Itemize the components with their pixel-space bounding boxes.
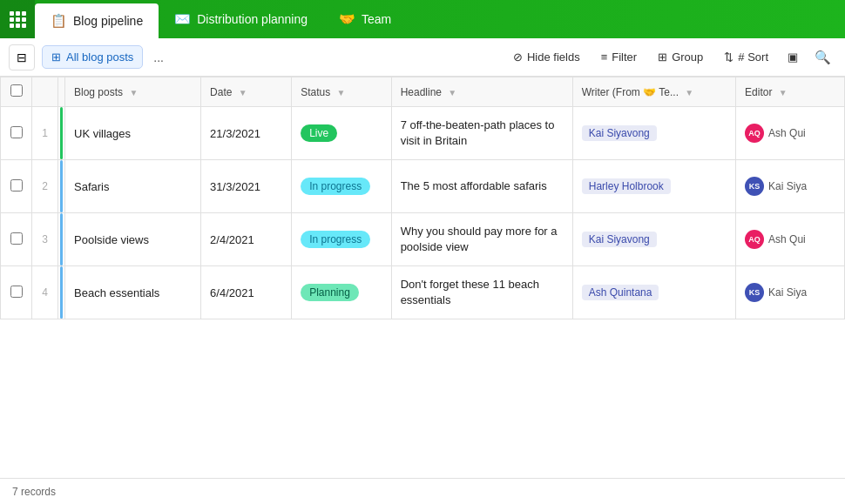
headline-cell[interactable]: 7 off-the-beaten-path places to visit in… [391, 107, 572, 160]
status-badge: Planning [301, 284, 359, 301]
table-row: 3 Poolside views 2/4/2021 In progress Wh… [1, 213, 845, 266]
col-header-indicator [58, 77, 65, 107]
row-indicator-cell [58, 107, 65, 160]
editor-cell[interactable]: AQ Ash Qui [736, 213, 845, 266]
status-cell[interactable]: In progress [292, 213, 391, 266]
editor-cell[interactable]: KS Kai Siya [736, 266, 845, 319]
writer-cell[interactable]: Ash Quintana [572, 266, 735, 319]
tab-team[interactable]: 🤝 Team [323, 0, 407, 38]
status-bar: 7 records [0, 478, 845, 504]
col-sort-arrow: ▼ [129, 88, 138, 97]
date-cell: 6/4/2021 [201, 266, 292, 319]
blog-post-cell[interactable]: UK villages [65, 107, 201, 160]
status-badge: Live [301, 124, 337, 142]
headline-cell[interactable]: Don't forget these 11 beach essentials [391, 266, 572, 319]
indicator-bar [60, 213, 63, 265]
col-editor-arrow: ▼ [779, 88, 788, 97]
blog-post-cell[interactable]: Poolside views [65, 213, 201, 266]
editor-avatar: AQ [745, 230, 764, 249]
record-count: 7 records [12, 486, 56, 498]
table-row: 2 Safaris 31/3/2021 In progress The 5 mo… [1, 160, 845, 213]
editor-avatar: AQ [745, 124, 764, 143]
more-icon: ... [153, 50, 164, 64]
all-blog-posts-view-button[interactable]: ⊞ All blog posts [42, 45, 143, 69]
more-options-button[interactable]: ... [146, 46, 171, 69]
row-checkbox-cell[interactable] [1, 160, 32, 213]
indicator-bar [60, 266, 63, 319]
blog-post-cell[interactable]: Safaris [65, 160, 201, 213]
sort-label: # Sort [738, 50, 768, 64]
writer-tag: Kai Siyavong [582, 125, 657, 141]
col-header-headline[interactable]: Headline ▼ [391, 77, 572, 107]
col-date-label: Date [210, 86, 232, 98]
headline-cell[interactable]: The 5 most affordable safaris [391, 160, 572, 213]
col-header-writer[interactable]: Writer (From 🤝 Te... ▼ [572, 77, 735, 107]
col-header-row-num [32, 77, 58, 107]
filter-button[interactable]: ≡ Filter [592, 46, 646, 68]
sidebar-toggle-icon: ⊟ [17, 50, 27, 64]
sort-icon: ⇅ [724, 50, 733, 64]
hide-fields-label: Hide fields [527, 50, 580, 64]
row-checkbox[interactable] [10, 179, 23, 192]
grid-icon [10, 11, 26, 28]
row-checkbox[interactable] [10, 126, 23, 138]
col-blog-posts-label: Blog posts [74, 86, 123, 98]
group-button[interactable]: ⊞ Group [649, 46, 712, 68]
checkbox-column-header[interactable] [1, 77, 32, 107]
row-checkbox-cell[interactable] [1, 213, 32, 266]
tab-distribution-planning[interactable]: ✉️ Distribution planning [159, 0, 323, 38]
all-blog-posts-label: All blog posts [66, 50, 133, 64]
col-writer-label: Writer (From 🤝 Te... [582, 86, 679, 98]
row-checkbox[interactable] [10, 286, 23, 298]
date-cell: 31/3/2021 [201, 160, 292, 213]
filter-icon: ≡ [601, 50, 608, 64]
status-cell[interactable]: In progress [292, 160, 391, 213]
view-options-button[interactable]: ▣ [781, 46, 805, 68]
writer-cell[interactable]: Kai Siyavong [572, 107, 735, 160]
view-options-icon: ▣ [788, 50, 798, 64]
blog-post-cell[interactable]: Beach essentials [65, 266, 201, 319]
table-wrapper: Blog posts ▼ Date ▼ Status ▼ Headline ▼ … [0, 77, 845, 478]
row-number-cell: 4 [32, 266, 58, 319]
filter-label: Filter [612, 50, 637, 64]
team-icon: 🤝 [339, 11, 355, 27]
editor-name: Kai Siya [768, 180, 807, 192]
tab-blog-pipeline[interactable]: 📋 Blog pipeline [35, 3, 159, 38]
sort-button[interactable]: ⇅ # Sort [715, 46, 777, 68]
editor-avatar: KS [745, 177, 764, 196]
row-checkbox[interactable] [10, 232, 23, 245]
row-indicator-cell [58, 213, 65, 266]
sidebar-toggle-button[interactable]: ⊟ [9, 44, 35, 71]
status-cell[interactable]: Live [292, 107, 391, 160]
writer-cell[interactable]: Kai Siyavong [572, 213, 735, 266]
hide-fields-button[interactable]: ⊘ Hide fields [504, 46, 589, 68]
editor-name: Ash Qui [768, 233, 806, 245]
editor-cell[interactable]: KS Kai Siya [736, 160, 845, 213]
status-badge: In progress [301, 178, 370, 195]
col-header-blog-posts[interactable]: Blog posts ▼ [65, 77, 201, 107]
select-all-checkbox[interactable] [10, 84, 23, 97]
search-button[interactable]: 🔍 [808, 44, 836, 71]
col-header-status[interactable]: Status ▼ [292, 77, 391, 107]
status-cell[interactable]: Planning [292, 266, 391, 319]
row-number-cell: 2 [32, 160, 58, 213]
row-checkbox-cell[interactable] [1, 266, 32, 319]
table-row: 4 Beach essentials 6/4/2021 Planning Don… [1, 266, 845, 319]
row-indicator-cell [58, 266, 65, 319]
col-header-editor[interactable]: Editor ▼ [736, 77, 845, 107]
group-label: Group [672, 50, 703, 64]
distribution-icon: ✉️ [174, 11, 191, 27]
date-cell: 21/3/2021 [201, 107, 292, 160]
indicator-bar [60, 107, 63, 159]
apps-menu-button[interactable] [0, 0, 35, 38]
row-checkbox-cell[interactable] [1, 107, 32, 160]
col-status-label: Status [301, 86, 330, 98]
col-headline-label: Headline [401, 86, 442, 98]
headline-cell[interactable]: Why you should pay more for a poolside v… [391, 213, 572, 266]
tab-distribution-label: Distribution planning [197, 12, 308, 26]
writer-cell[interactable]: Harley Holbrook [572, 160, 735, 213]
col-header-date[interactable]: Date ▼ [201, 77, 292, 107]
writer-tag: Kai Siyavong [582, 232, 657, 247]
col-headline-arrow: ▼ [448, 88, 456, 97]
editor-cell[interactable]: AQ Ash Qui [736, 107, 845, 160]
